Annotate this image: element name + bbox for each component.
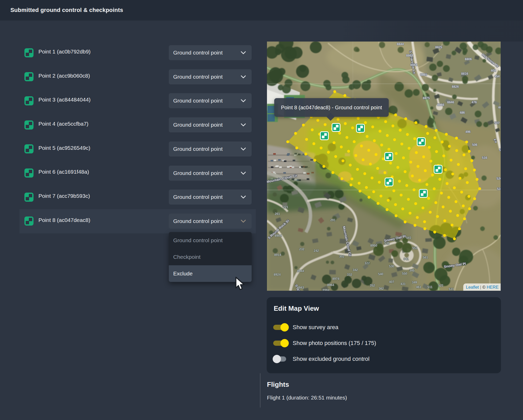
svg-text:516: 516 bbox=[482, 156, 487, 160]
svg-text:8984: 8984 bbox=[323, 288, 330, 291]
svg-text:342: 342 bbox=[353, 268, 358, 272]
svg-text:476: 476 bbox=[472, 100, 477, 104]
svg-text:521: 521 bbox=[499, 148, 501, 152]
svg-text:8826: 8826 bbox=[452, 85, 459, 89]
svg-text:520: 520 bbox=[384, 242, 390, 245]
svg-text:496: 496 bbox=[465, 130, 471, 134]
svg-text:8806: 8806 bbox=[465, 57, 472, 61]
svg-text:8943: 8943 bbox=[297, 286, 304, 289]
svg-text:345: 345 bbox=[409, 269, 414, 272]
svg-text:521: 521 bbox=[438, 284, 444, 287]
svg-text:8825: 8825 bbox=[435, 45, 442, 49]
svg-text:8875: 8875 bbox=[423, 96, 430, 100]
svg-text:8974: 8974 bbox=[332, 277, 339, 281]
svg-text:8950: 8950 bbox=[370, 244, 377, 247]
svg-text:511: 511 bbox=[427, 285, 433, 289]
svg-text:341: 341 bbox=[404, 257, 409, 261]
svg-text:322: 322 bbox=[365, 261, 370, 265]
svg-text:8924: 8924 bbox=[274, 273, 281, 276]
svg-text:8914: 8914 bbox=[274, 253, 281, 257]
svg-text:352: 352 bbox=[370, 284, 375, 287]
svg-text:8816: 8816 bbox=[461, 72, 468, 76]
svg-text:526: 526 bbox=[497, 177, 501, 180]
svg-text:8904: 8904 bbox=[275, 234, 282, 238]
svg-text:302: 302 bbox=[339, 255, 344, 258]
svg-text:232: 232 bbox=[299, 247, 304, 251]
svg-text:221: 221 bbox=[283, 205, 288, 209]
svg-text:561: 561 bbox=[423, 256, 428, 259]
svg-text:362: 362 bbox=[379, 287, 384, 290]
svg-text:404: 404 bbox=[491, 69, 496, 72]
svg-text:530: 530 bbox=[389, 265, 394, 268]
svg-text:551: 551 bbox=[412, 246, 418, 250]
svg-text:261: 261 bbox=[275, 212, 280, 216]
svg-text:530: 530 bbox=[497, 187, 501, 191]
svg-text:291: 291 bbox=[330, 218, 336, 222]
svg-text:8846: 8846 bbox=[447, 100, 454, 104]
svg-text:349: 349 bbox=[412, 281, 417, 284]
svg-text:507: 507 bbox=[494, 121, 500, 125]
svg-text:461: 461 bbox=[416, 285, 421, 289]
svg-text:541: 541 bbox=[406, 236, 411, 240]
svg-text:506: 506 bbox=[472, 143, 477, 147]
svg-text:431: 431 bbox=[400, 282, 406, 286]
svg-text:8844: 8844 bbox=[397, 42, 404, 46]
svg-text:8866: 8866 bbox=[437, 103, 444, 107]
svg-text:550: 550 bbox=[402, 272, 407, 275]
svg-text:454: 454 bbox=[494, 74, 500, 78]
svg-text:242: 242 bbox=[314, 249, 319, 253]
svg-text:486: 486 bbox=[460, 111, 465, 114]
svg-text:8884: 8884 bbox=[410, 63, 417, 67]
svg-text:8964: 8964 bbox=[327, 283, 334, 287]
svg-text:8865: 8865 bbox=[420, 73, 427, 77]
svg-text:8864: 8864 bbox=[406, 54, 413, 57]
svg-text:531: 531 bbox=[449, 287, 454, 291]
svg-text:540: 540 bbox=[378, 272, 383, 276]
svg-text:8944: 8944 bbox=[297, 269, 304, 273]
svg-text:332: 332 bbox=[347, 273, 352, 276]
svg-text:407: 407 bbox=[389, 280, 394, 284]
svg-text:467: 467 bbox=[498, 106, 501, 109]
